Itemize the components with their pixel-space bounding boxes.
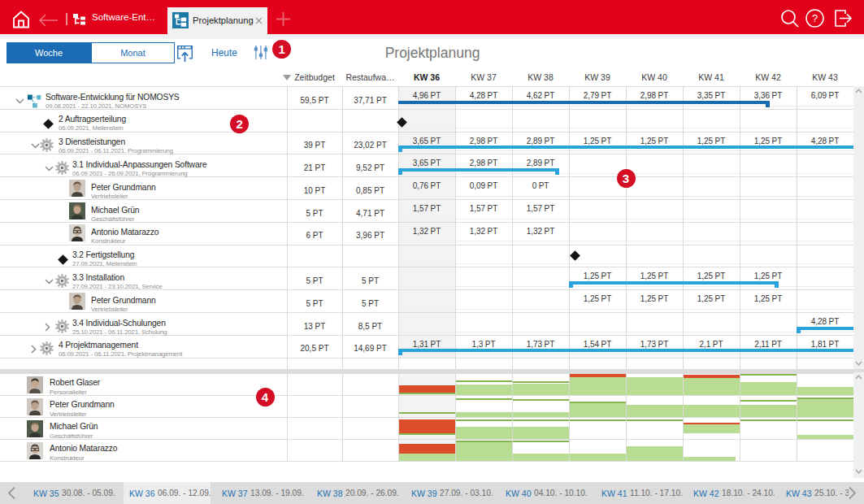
svg-text:?: ? <box>812 12 818 24</box>
